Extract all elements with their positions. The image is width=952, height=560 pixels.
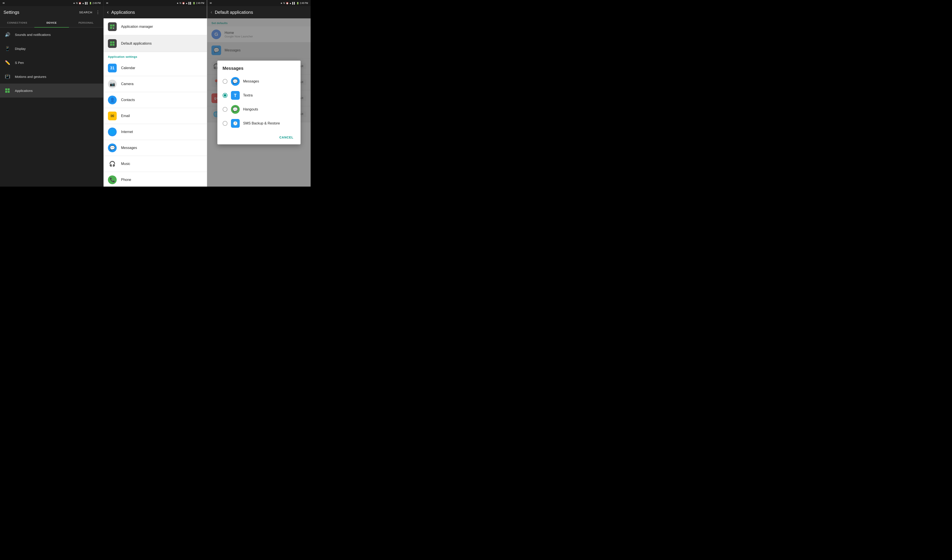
display-icon: 📱 [5, 45, 11, 52]
wifi-icon: ▲ [82, 2, 84, 5]
application-manager-item[interactable]: ⚙ Application manager [104, 19, 207, 35]
radio-textra[interactable] [223, 93, 227, 98]
display-label: Display [15, 47, 26, 51]
search-button[interactable]: SEARCH [79, 11, 93, 14]
settings-menu-list: 🔊 Sounds and notifications 📱 Display ✏️ … [0, 28, 103, 187]
dialog-messages-label: Messages [243, 79, 259, 83]
calendar-label: Calendar [121, 66, 135, 70]
dialog-option-hangouts[interactable]: 💬 Hangouts [217, 102, 301, 116]
applications-panel: ✉ ★ N ⏰ ▲ ▌▌ 🔋 2:49 PM ‹ Applications [104, 0, 207, 187]
svg-rect-1 [8, 88, 9, 90]
email-icon: ✉ [3, 2, 5, 5]
music-item[interactable]: 🎧 Music [104, 156, 207, 172]
radio-sms-backup[interactable] [223, 121, 227, 126]
spen-label: S Pen [15, 61, 24, 65]
alarm-icon-2: ⏰ [182, 2, 185, 5]
contacts-label: Contacts [121, 98, 135, 102]
messages-dialog: Messages 💬 Messages T Textra [217, 60, 301, 144]
applications-back-button[interactable]: ‹ [107, 9, 108, 15]
bluetooth-icon-3: ★ [280, 2, 282, 5]
email-label: Email [121, 114, 130, 118]
calendar-item[interactable]: 31 Calendar [104, 60, 207, 76]
messages-label: Messages [121, 146, 137, 150]
settings-tabs: CONNECTIONS DEVICE PERSONAL [0, 19, 103, 28]
settings-title: Settings [3, 10, 19, 15]
default-apps-icon [108, 39, 117, 48]
menu-item-spen[interactable]: ✏️ S Pen [0, 56, 103, 69]
messages-item[interactable]: 💬 Messages [104, 140, 207, 156]
dialog-actions: CANCEL [217, 130, 301, 143]
nfc-icon-3: N [283, 2, 285, 5]
dialog-option-sms-backup[interactable]: 🕐 SMS Backup & Restore [217, 116, 301, 130]
menu-item-display[interactable]: 📱 Display [0, 42, 103, 56]
internet-icon: 🌐 [108, 128, 117, 136]
menu-item-applications[interactable]: Applications [0, 83, 103, 97]
internet-label: Internet [121, 130, 133, 134]
dialog-option-textra[interactable]: T Textra [217, 88, 301, 102]
nfc-icon-2: N [179, 2, 181, 5]
applications-menu-list: ⚙ Application manager Default applicatio… [104, 19, 207, 187]
wifi-icon-3: ▲ [289, 2, 292, 5]
tab-device[interactable]: DEVICE [34, 19, 69, 27]
dialog-option-messages[interactable]: 💬 Messages [217, 74, 301, 88]
default-apps-back-button[interactable]: ‹ [210, 9, 212, 15]
svg-rect-4 [110, 25, 112, 26]
camera-label: Camera [121, 82, 133, 86]
wifi-icon-2: ▲ [185, 2, 188, 5]
phone-item[interactable]: 📞 Phone [104, 172, 207, 187]
messages-dialog-overlay: Messages 💬 Messages T Textra [207, 19, 311, 187]
bluetooth-icon: ★ [73, 2, 75, 5]
default-applications-item[interactable]: Default applications [104, 35, 207, 52]
radio-messages[interactable] [223, 79, 227, 84]
status-left-1: ✉ [3, 2, 5, 5]
alarm-icon-3: ⏰ [286, 2, 289, 5]
status-right-1: ★ N ⏰ ▲ ▌▌ 🔋 2:49 PM [73, 2, 101, 5]
tab-connections[interactable]: CONNECTIONS [0, 19, 34, 27]
svg-rect-2 [5, 91, 7, 93]
phone-label: Phone [121, 178, 131, 182]
time-display-3: 2:49 PM [300, 2, 308, 5]
camera-icon: 📷 [108, 80, 117, 88]
applications-label: Applications [15, 89, 32, 93]
svg-rect-0 [5, 88, 7, 90]
status-bar-2: ✉ ★ N ⏰ ▲ ▌▌ 🔋 2:49 PM [104, 0, 207, 6]
radio-hangouts[interactable] [223, 107, 227, 112]
sounds-label: Sounds and notifications [15, 33, 51, 37]
default-apps-content: Set defaults G Home Google Now Launcher … [207, 19, 311, 187]
svg-rect-12 [113, 41, 114, 43]
music-label: Music [121, 162, 130, 166]
email-item[interactable]: ✉ Email [104, 108, 207, 124]
signal-icon-2: ▌▌ [189, 2, 192, 5]
menu-item-sounds[interactable]: 🔊 Sounds and notifications [0, 28, 103, 42]
status-right-2: ★ N ⏰ ▲ ▌▌ 🔋 2:49 PM [177, 2, 204, 5]
motions-label: Motions and gestures [15, 75, 46, 79]
app-manager-icon: ⚙ [108, 22, 117, 31]
hangouts-app-icon: 💬 [231, 105, 240, 114]
dialog-textra-label: Textra [243, 93, 253, 97]
contacts-item[interactable]: 👤 Contacts [104, 92, 207, 108]
bluetooth-icon-2: ★ [177, 2, 179, 5]
battery-icon: 🔋 [89, 2, 92, 5]
dialog-cancel-button[interactable]: CANCEL [278, 134, 295, 141]
dialog-hangouts-label: Hangouts [243, 107, 258, 111]
svg-rect-3 [8, 91, 9, 93]
internet-item[interactable]: 🌐 Internet [104, 124, 207, 140]
overflow-menu-button[interactable]: ⋮ [96, 10, 100, 15]
settings-actions: SEARCH ⋮ [79, 10, 100, 15]
messages-icon: 💬 [108, 143, 117, 152]
signal-icon: ▌▌ [85, 2, 88, 5]
status-bar-1: ✉ ★ N ⏰ ▲ ▌▌ 🔋 2:49 PM [0, 0, 103, 6]
email-icon-2: ✉ [106, 2, 108, 5]
tab-personal[interactable]: PERSONAL [69, 19, 103, 27]
dialog-title: Messages [217, 66, 301, 74]
messages-app-icon: 💬 [231, 77, 240, 86]
textra-app-icon: T [231, 91, 240, 100]
svg-text:⚙: ⚙ [113, 27, 114, 29]
menu-item-motions[interactable]: 📳 Motions and gestures [0, 69, 103, 83]
battery-icon-2: 🔋 [193, 2, 195, 5]
status-left-3: ✉ [210, 2, 212, 5]
camera-item[interactable]: 📷 Camera [104, 76, 207, 92]
calendar-icon: 31 [108, 64, 117, 73]
music-icon: 🎧 [108, 159, 117, 168]
svg-rect-6 [110, 27, 112, 29]
